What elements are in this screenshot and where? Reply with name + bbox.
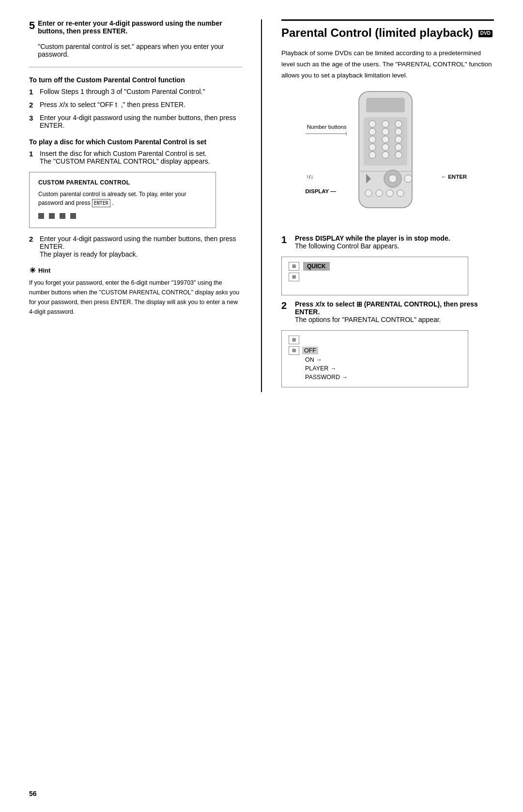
step-5-bold: Enter or re-enter your 4-digit password …	[38, 19, 222, 35]
svg-point-24	[376, 190, 383, 197]
display-box-body: Custom parental control is already set. …	[38, 190, 207, 207]
pw-sq-2	[49, 213, 55, 219]
svg-point-6	[369, 128, 376, 135]
hint-block: ☀ Hint If you forget your password, ente…	[29, 266, 242, 317]
svg-point-10	[382, 136, 389, 143]
ctrl-icon: ⊞	[289, 262, 299, 271]
updown-label: ↑/↓	[307, 174, 314, 180]
svg-point-14	[395, 144, 402, 151]
enter-key-inline: ENTER	[92, 199, 110, 207]
right-step-1-body: The following Control Bar appears.	[295, 242, 400, 250]
right-column: Parental Control (limited playback) DVD …	[261, 19, 494, 392]
control-bar-row: ⊞ QUICK	[289, 262, 461, 271]
turn-off-section: To turn off the Custom Parental Control …	[29, 76, 242, 129]
svg-point-9	[369, 136, 376, 143]
right-step-2-row: 2 Press X/x to select ⊞ (PARENTAL CONTRO…	[281, 300, 494, 323]
play-disc-step-1-num: 1	[29, 150, 36, 158]
parental-row-icon2: ⊞ OFF	[289, 346, 461, 355]
turn-off-step-3: 3 Enter your 4-digit password using the …	[29, 114, 242, 129]
password-squares	[38, 213, 207, 219]
svg-point-11	[395, 136, 402, 143]
svg-point-8	[395, 128, 402, 135]
svg-point-5	[395, 121, 402, 127]
enter-label: ← ENTER	[441, 174, 470, 180]
hint-title: ☀ Hint	[29, 266, 242, 275]
turn-off-step-1-text: Follow Steps 1 through 3 of "Custom Pare…	[40, 88, 242, 95]
divider-1	[29, 67, 242, 67]
play-disc-heading: To play a disc for which Custom Parental…	[29, 138, 242, 146]
hint-icon: ☀	[29, 266, 36, 275]
parental-options: ⊞ OFF ON → PLAYER → PASSWORD →	[289, 346, 461, 381]
pw-sq-3	[60, 213, 65, 219]
play-disc-step-1-line2: The "CUSTOM PARENTAL CONTROL" display ap…	[40, 157, 210, 165]
right-step-1-content: Press DISPLAY while the player is in sto…	[295, 234, 494, 250]
step-5-body: "Custom parental control is set." appear…	[38, 43, 224, 58]
step-5-content: Enter or re-enter your 4-digit password …	[38, 19, 242, 58]
display-label: DISPLAY —	[306, 188, 336, 194]
play-disc-step-2-content: Enter your 4-digit password using the nu…	[40, 235, 242, 258]
turn-off-step-2-num: 2	[29, 101, 36, 109]
ctrl-label: QUICK	[303, 262, 330, 271]
svg-point-21	[389, 175, 397, 183]
svg-point-4	[382, 121, 389, 127]
remote-svg	[344, 89, 427, 215]
parental-option-password: PASSWORD →	[305, 373, 348, 381]
svg-point-17	[395, 152, 402, 158]
pw-sq-1	[38, 213, 44, 219]
svg-point-15	[369, 152, 376, 158]
hint-text: If you forget your password, enter the 6…	[29, 278, 242, 317]
right-step-1-number: 1	[281, 234, 291, 245]
play-disc-step-2-num: 2	[29, 235, 36, 243]
svg-point-25	[386, 190, 393, 197]
pw-sq-4	[70, 213, 76, 219]
number-buttons-label: Number buttons	[306, 123, 347, 138]
step-5-number: 5	[29, 19, 35, 32]
page-title-section: Parental Control (limited playback) DVD	[281, 19, 494, 40]
control-bar-box: ⊞ QUICK ⊞	[281, 257, 468, 295]
dvd-badge: DVD	[478, 30, 492, 37]
play-disc-step-1-text: Insert the disc for which Custom Parenta…	[40, 150, 207, 157]
svg-rect-1	[366, 98, 405, 112]
play-disc-step-2: 2 Enter your 4-digit password using the …	[29, 235, 242, 258]
parental-option-off: OFF	[302, 347, 318, 354]
custom-parental-display-box: CUSTOM PARENTAL CONTROL Custom parental …	[29, 172, 216, 228]
svg-point-26	[397, 190, 404, 197]
parental-option-player: PLAYER →	[305, 365, 336, 372]
parental-menu-box: ⊞ ⊞ OFF ON → PLAYER → PASSWORD →	[281, 330, 468, 387]
turn-off-step-1: 1 Follow Steps 1 through 3 of "Custom Pa…	[29, 88, 242, 96]
svg-point-7	[382, 128, 389, 135]
svg-point-13	[382, 144, 389, 151]
svg-point-23	[365, 190, 372, 197]
turn-off-step-1-num: 1	[29, 88, 36, 96]
parental-row-on: ON →	[289, 356, 461, 364]
right-step-2-bold: Press X/x to select ⊞ (PARENTAL CONTROL)…	[295, 300, 478, 316]
play-disc-section: To play a disc for which Custom Parental…	[29, 138, 242, 258]
page-layout: 5 Enter or re-enter your 4-digit passwor…	[29, 19, 494, 392]
parental-row-password: PASSWORD →	[289, 373, 461, 381]
parental-option-on: ON →	[305, 356, 322, 364]
left-column: 5 Enter or re-enter your 4-digit passwor…	[29, 19, 242, 392]
svg-point-22	[404, 175, 412, 183]
intro-text: Playback of some DVDs can be limited acc…	[281, 48, 494, 81]
step-5-row: 5 Enter or re-enter your 4-digit passwor…	[29, 19, 242, 58]
page-title: Parental Control (limited playback) DVD	[281, 26, 494, 40]
turn-off-step-2-text: Press X/x to select "OFF t ," then press…	[40, 101, 242, 108]
turn-off-heading: To turn off the Custom Parental Control …	[29, 76, 242, 84]
parental-icon-row: ⊞	[289, 336, 461, 344]
svg-point-16	[382, 152, 389, 158]
play-disc-step-1-content: Insert the disc for which Custom Parenta…	[40, 150, 242, 165]
right-step-1-row: 1 Press DISPLAY while the player is in s…	[281, 234, 494, 250]
display-box-title: CUSTOM PARENTAL CONTROL	[38, 179, 207, 186]
svg-point-12	[369, 144, 376, 151]
turn-off-step-3-num: 3	[29, 114, 36, 122]
remote-diagram: Number buttons ← ENTER ↑/↓ DISPLAY —	[281, 89, 494, 225]
turn-off-step-3-text: Enter your 4-digit password using the nu…	[40, 114, 242, 129]
svg-point-3	[369, 121, 376, 127]
right-step-2-content: Press X/x to select ⊞ (PARENTAL CONTROL)…	[295, 300, 494, 323]
play-disc-step-1: 1 Insert the disc for which Custom Paren…	[29, 150, 242, 165]
right-step-1-bold: Press DISPLAY while the player is in sto…	[295, 234, 450, 242]
parental-icon-2: ⊞	[289, 346, 299, 355]
right-step-2-number: 2	[281, 300, 291, 311]
right-step-2-body: The options for "PARENTAL CONTROL" appea…	[295, 316, 441, 323]
ctrl-icon-2: ⊞	[289, 273, 299, 281]
